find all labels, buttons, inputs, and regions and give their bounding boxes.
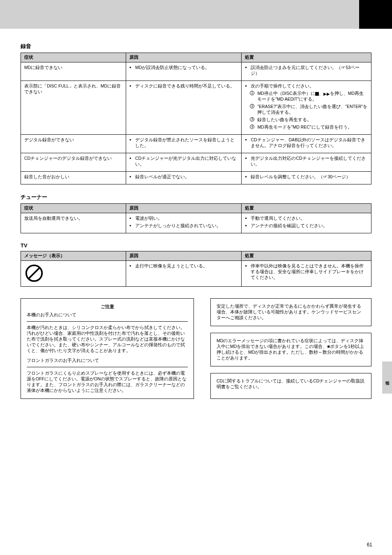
divider bbox=[27, 367, 188, 367]
note-box-right: MDのエラーメッセージの項に書かれている症状によっては、ディスク挿入中にMDを排… bbox=[210, 333, 371, 366]
note-box-right: CDに関するトラブルについては、接続しているCDチェンジャーの取扱説明書をご覧く… bbox=[210, 373, 371, 399]
top-banner bbox=[0, 0, 392, 29]
stop-icon bbox=[315, 92, 319, 96]
cell-remedy: 停車中以外は映像を見ることはできません。本機を操作する場合は、安全な場所に停車し… bbox=[242, 261, 371, 287]
note-text: 本機が汚れたときは、シリコンクロスか柔らかい布でから拭きしてください。汚れがひど… bbox=[27, 325, 188, 354]
cell-cause: ディスクに録音できる残り時間が不足している。 bbox=[126, 81, 241, 135]
th-cause: 原因 bbox=[126, 53, 241, 62]
section-title-tuner: チューナー bbox=[21, 193, 371, 201]
table-row: CDチェンジャーのデジタル録音ができない CDチェンジャーが光デジタル出力に対応… bbox=[21, 153, 371, 172]
table-row: 放送局を自動選局できない。 電波が弱い。 アンテナがしっかりと接続されていない。… bbox=[21, 213, 371, 233]
section-title-tv: TV bbox=[21, 242, 371, 249]
note-box-left: ご注意 本機のお手入れについて 本機が汚れたときは、シリコンクロスか柔らかい布で… bbox=[21, 298, 194, 399]
table-tuner: 症状 原因 処置 放送局を自動選局できない。 電波が弱い。 アンテナがしっかりと… bbox=[21, 203, 371, 233]
cell-remedy: 次の手順で操作してください。 1MD停止中（DISC表示中）に、▶▶を押し、MD… bbox=[242, 81, 371, 135]
side-tab: 情報 bbox=[382, 362, 392, 394]
cell-symptom bbox=[21, 261, 126, 287]
table-row: 録音した音がおかしい 録音レベルが適正でない。 録音レベルを調整してください。（… bbox=[21, 172, 371, 184]
cell-cause: デジタル録音が禁止されたソースを録音しようとした。 bbox=[126, 135, 241, 153]
th-cause: 原因 bbox=[126, 251, 241, 261]
cell-cause: 録音レベルが適正でない。 bbox=[126, 172, 241, 184]
svg-line-1 bbox=[29, 268, 40, 279]
note-heading: フロントガラスのお手入れについて bbox=[27, 358, 188, 364]
table-row: MDに録音できない MDが誤消去防止状態になっている。 誤消去防止つまみを元に戻… bbox=[21, 62, 371, 81]
step-text: MD再生モードを"MD REC"にして録音を行う。 bbox=[257, 124, 352, 129]
table-tv: メッセージ（表示） 原因 処置 走行中に映像を見ようとしている。 停車中以外は映… bbox=[21, 251, 371, 287]
cell-cause: CDチェンジャーが光デジタル出力に対応していない。 bbox=[126, 153, 241, 172]
cell-symptom: 放送局を自動選局できない。 bbox=[21, 213, 126, 233]
prohibited-icon bbox=[24, 263, 44, 283]
th-remedy: 処置 bbox=[242, 53, 371, 62]
th-remedy: 処置 bbox=[242, 204, 371, 213]
cell-symptom: 録音した音がおかしい bbox=[21, 172, 126, 184]
note-text: フロントガラスにくもり止めスプレーなどを使用するときには、必ず本機の電源をOFF… bbox=[27, 371, 188, 394]
th-symptom: 症状 bbox=[21, 204, 126, 213]
step-text: 録音したい曲を再生する。 bbox=[257, 117, 311, 122]
note-heading: 本機のお手入れについて bbox=[27, 312, 188, 318]
cell-cause: 走行中に映像を見ようとしている。 bbox=[126, 261, 241, 287]
table-row: 走行中に映像を見ようとしている。 停車中以外は映像を見ることはできません。本機を… bbox=[21, 261, 371, 287]
fast-forward-icon: ▶▶ bbox=[323, 92, 330, 96]
note-box-right: 安定した場所で、ディスクが正常であるにもかかわらず異常が発生する場合、本体が故障… bbox=[210, 298, 371, 326]
cell-remedy: 誤消去防止つまみを元に戻してください。（☞53ページ） bbox=[242, 62, 371, 81]
divider bbox=[27, 321, 188, 322]
cell-remedy: 光デジタル出力対応のCDチェンジャーを接続してください。 bbox=[242, 153, 371, 172]
step-text: "ERASE?"表示中に、消去したい曲を選び、"ENTER"を押して消去する。 bbox=[257, 104, 367, 115]
cell-remedy: CDチェンジャー、DAB以外のソースはデジタル録音できません。アナログ録音を行っ… bbox=[242, 135, 371, 153]
step-text: MD停止中（DISC表示中）に、▶▶を押し、MD再生モードを"MD AEDIT"… bbox=[257, 91, 364, 101]
th-cause: 原因 bbox=[126, 204, 241, 213]
cell-cause: MDが誤消去防止状態になっている。 bbox=[126, 62, 241, 81]
section-title-recording: 録音 bbox=[21, 43, 371, 50]
th-symptom: 症状 bbox=[21, 53, 126, 62]
cell-symptom: デジタル録音ができない bbox=[21, 135, 126, 153]
cell-remedy: 手動で選局してください。 アンテナの接続を確認してください。 bbox=[242, 213, 371, 233]
cell-symptom: CDチェンジャーのデジタル録音ができない bbox=[21, 153, 126, 172]
table-row: 表示部に「DISC FULL」と表示され、MDに録音できない ディスクに録音でき… bbox=[21, 81, 371, 135]
table-row: デジタル録音ができない デジタル録音が禁止されたソースを録音しようとした。 CD… bbox=[21, 135, 371, 153]
page-number: 61 bbox=[367, 542, 372, 548]
cell-cause: 電波が弱い。 アンテナがしっかりと接続されていない。 bbox=[126, 213, 241, 233]
note-title: ご注意 bbox=[27, 304, 188, 310]
cell-symptom: MDに録音できない bbox=[21, 62, 126, 81]
th-remedy: 処置 bbox=[242, 251, 371, 261]
cell-symptom: 表示部に「DISC FULL」と表示され、MDに録音できない bbox=[21, 81, 126, 135]
corner-tab bbox=[359, 0, 392, 29]
cell-remedy: 録音レベルを調整してください。（☞30ページ） bbox=[242, 172, 371, 184]
th-message: メッセージ（表示） bbox=[21, 251, 126, 261]
table-recording: 症状 原因 処置 MDに録音できない MDが誤消去防止状態になっている。 誤消去… bbox=[21, 53, 371, 184]
